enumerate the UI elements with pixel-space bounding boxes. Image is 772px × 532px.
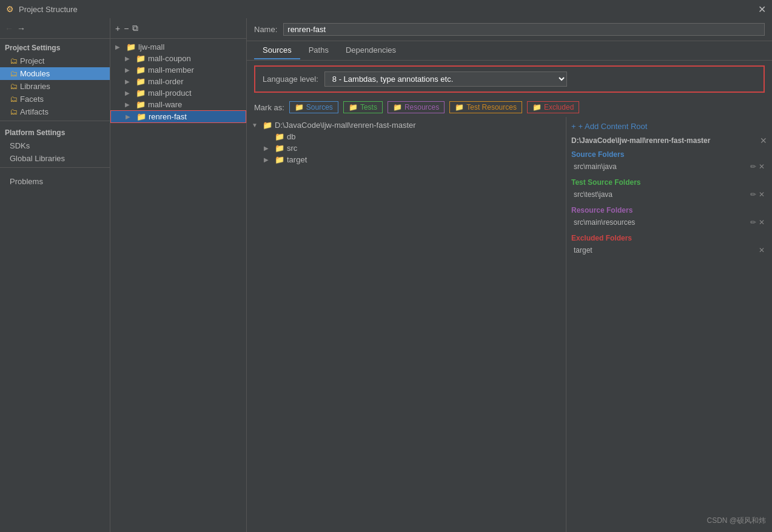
add-module-button[interactable]: +: [115, 24, 120, 33]
forward-button[interactable]: →: [17, 24, 25, 33]
folder-test-resources-icon: 📁: [455, 103, 464, 111]
close-path-button[interactable]: ✕: [760, 136, 767, 145]
excluded-folder-entry: target ✕: [571, 245, 767, 256]
folder-entry-actions: ✕: [759, 246, 765, 254]
sidebar-item-artifacts[interactable]: 🗂 Artifacts: [0, 105, 110, 118]
folder-entry-actions: ✏ ✕: [750, 162, 765, 171]
folder-icon: 📁: [275, 144, 284, 153]
sidebar-item-sdks[interactable]: SDKs: [0, 139, 110, 152]
file-item-label: target: [287, 155, 307, 164]
tree-item-renren-fast[interactable]: ▶ 📁 renren-fast: [110, 110, 246, 123]
folder-icon: 📁: [136, 112, 146, 121]
file-item-label: src: [287, 144, 297, 153]
module-name-input[interactable]: [283, 23, 765, 36]
tab-sources[interactable]: Sources: [254, 42, 300, 59]
file-item-label: D:\JavaCode\ljw-mall\renren-fast-master: [275, 121, 416, 130]
back-button[interactable]: ←: [5, 24, 13, 33]
sidebar-item-libraries[interactable]: 🗂 Libraries: [0, 80, 110, 93]
file-item-src[interactable]: ▶ 📁 src: [247, 142, 566, 154]
edit-source-folder-button[interactable]: ✏: [750, 162, 756, 171]
folder-icon: 📁: [263, 121, 272, 130]
mark-sources-label: Sources: [306, 103, 333, 111]
right-panel: + + Add Content Root D:\JavaCode\ljw-mal…: [566, 117, 772, 532]
mark-resources-label: Resources: [404, 103, 439, 111]
folder-icon: 📁: [136, 77, 146, 86]
file-item-root[interactable]: ▼ 📁 D:\JavaCode\ljw-mall\renren-fast-mas…: [247, 119, 566, 131]
mark-test-resources-button[interactable]: 📁 Test Resources: [449, 101, 522, 113]
tree-item-label: mall-ware: [148, 100, 182, 109]
tree-item-mall-ware[interactable]: ▶ 📁 mall-ware: [110, 99, 246, 110]
remove-source-folder-button[interactable]: ✕: [759, 162, 765, 171]
add-content-root-label: + Add Content Root: [579, 122, 648, 131]
tree-item-mall-order[interactable]: ▶ 📁 mall-order: [110, 76, 246, 87]
sidebar-item-label: SDKs: [10, 141, 30, 150]
tab-paths[interactable]: Paths: [300, 42, 337, 59]
sidebar-item-label: Libraries: [20, 82, 50, 91]
mark-tests-button[interactable]: 📁 Tests: [343, 101, 383, 113]
folder-icon: 🗂: [10, 82, 18, 91]
mark-resources-button[interactable]: 📁 Resources: [388, 101, 445, 113]
sidebar-item-project[interactable]: 🗂 Project: [0, 55, 110, 67]
sidebar: ← → Project Settings 🗂 Project 🗂 Modules…: [0, 18, 110, 532]
folder-tests-icon: 📁: [349, 103, 358, 111]
folder-excluded-icon: 📁: [532, 103, 542, 111]
mark-as-bar: Mark as: 📁 Sources 📁 Tests 📁 Resources 📁…: [247, 98, 772, 117]
tree-item-label: ljw-mall: [138, 42, 164, 52]
sidebar-item-label: Artifacts: [20, 107, 49, 116]
edit-test-folder-button[interactable]: ✏: [750, 190, 756, 199]
mark-test-resources-label: Test Resources: [466, 103, 517, 111]
sidebar-item-facets[interactable]: 🗂 Facets: [0, 93, 110, 105]
folder-resources-icon: 📁: [393, 103, 402, 111]
folder-entry-actions: ✏ ✕: [750, 190, 765, 199]
tree-item-ljw-mall[interactable]: ▶ 📁 ljw-mall: [110, 41, 246, 53]
excluded-folder-path: target: [574, 246, 759, 254]
tree-item-mall-member[interactable]: ▶ 📁 mall-member: [110, 64, 246, 76]
module-toolbar: + − ⧉: [110, 18, 246, 39]
mark-sources-button[interactable]: 📁 Sources: [289, 101, 338, 113]
tree-item-label: mall-coupon: [148, 54, 191, 63]
title-bar-left: ⚙ Project Structure: [6, 4, 78, 14]
close-button[interactable]: ✕: [758, 4, 766, 15]
module-tree: ▶ 📁 ljw-mall ▶ 📁 mall-coupon ▶ 📁 mall-me…: [110, 39, 246, 532]
expand-arrow-icon: ▶: [264, 145, 272, 151]
source-folder-entry: src\main\java ✏ ✕: [571, 161, 767, 172]
tree-item-mall-product[interactable]: ▶ 📁 mall-product: [110, 87, 246, 99]
expand-arrow-icon: ▶: [125, 78, 133, 85]
sidebar-item-modules[interactable]: 🗂 Modules: [0, 67, 110, 80]
expand-arrow-icon: ▶: [125, 101, 133, 108]
content-area: Name: Sources Paths Dependencies Languag…: [247, 18, 772, 532]
remove-module-button[interactable]: −: [124, 24, 129, 33]
resource-folder-entry: src\main\resources ✏ ✕: [571, 217, 767, 228]
test-source-folders-section: Test Source Folders src\test\java ✏ ✕: [571, 178, 767, 200]
remove-test-folder-button[interactable]: ✕: [759, 190, 765, 199]
add-content-root-button[interactable]: + + Add Content Root: [571, 122, 767, 131]
edit-resource-folder-button[interactable]: ✏: [750, 218, 756, 227]
file-item-db[interactable]: 📁 db: [247, 131, 566, 142]
tabs-bar: Sources Paths Dependencies: [247, 41, 772, 61]
test-source-folder-entry: src\test\java ✏ ✕: [571, 189, 767, 200]
sidebar-item-problems[interactable]: Problems: [0, 175, 110, 188]
copy-module-button[interactable]: ⧉: [132, 23, 138, 33]
tree-item-mall-coupon[interactable]: ▶ 📁 mall-coupon: [110, 53, 246, 64]
file-item-target[interactable]: ▶ 📁 target: [247, 154, 566, 165]
tree-item-label: mall-member: [148, 65, 194, 75]
expand-arrow-icon: ▶: [125, 55, 133, 62]
project-settings-label: Project Settings: [0, 39, 110, 55]
sidebar-item-global-libraries[interactable]: Global Libraries: [0, 152, 110, 165]
module-panel: + − ⧉ ▶ 📁 ljw-mall ▶ 📁 mall-coupon ▶ 📁 m…: [110, 18, 247, 532]
language-level-select[interactable]: 8 - Lambdas, type annotations etc.7 - Di…: [324, 71, 567, 87]
source-folder-path: src\main\java: [574, 162, 750, 171]
source-folders-title: Source Folders: [571, 150, 767, 159]
remove-excluded-folder-button[interactable]: ✕: [759, 246, 765, 254]
title-bar-title: Project Structure: [19, 5, 78, 14]
test-source-folders-title: Test Source Folders: [571, 178, 767, 187]
folder-icon: 📁: [275, 132, 284, 141]
nav-bar: ← →: [0, 18, 110, 39]
sidebar-divider-2: [0, 167, 110, 168]
title-bar: ⚙ Project Structure ✕: [0, 0, 772, 18]
resource-folders-title: Resource Folders: [571, 206, 767, 214]
mark-excluded-button[interactable]: 📁 Excluded: [527, 101, 579, 113]
tab-dependencies[interactable]: Dependencies: [337, 42, 404, 59]
folder-icon: 📁: [136, 88, 146, 98]
remove-resource-folder-button[interactable]: ✕: [759, 218, 765, 227]
